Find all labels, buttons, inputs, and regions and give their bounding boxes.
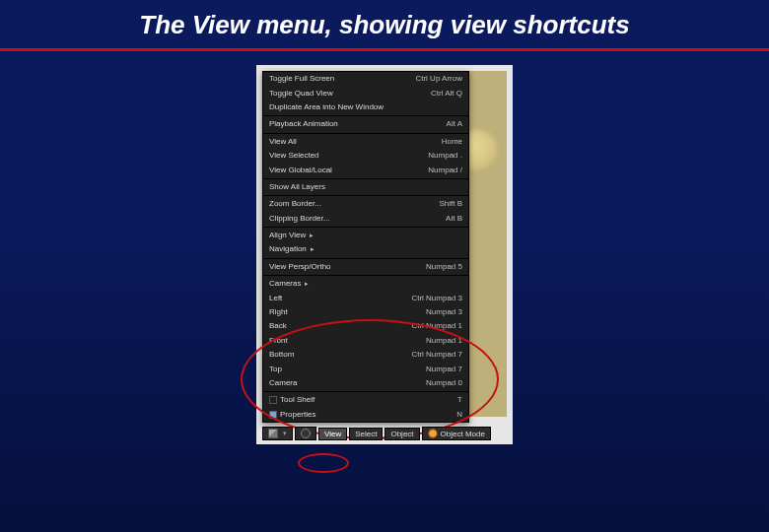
content-area: Toggle Full ScreenCtrl Up ArrowToggle Qu… — [0, 51, 769, 444]
menu-item-label: Top — [269, 365, 282, 374]
checkbox-icon — [269, 396, 277, 404]
menu-separator — [263, 258, 468, 259]
menu-item-shortcut: Numpad 1 — [426, 336, 462, 346]
menu-separator — [263, 391, 468, 392]
menu-item-shortcut: Ctrl Numpad 1 — [411, 321, 462, 331]
view-menu-button[interactable]: View — [318, 428, 347, 440]
menu-item[interactable]: Tool ShelfT — [263, 393, 468, 407]
menu-item-shortcut: Numpad 0 — [426, 378, 462, 388]
menu-item-label: Right — [269, 307, 288, 317]
screenshot-frame: Toggle Full ScreenCtrl Up ArrowToggle Qu… — [256, 65, 513, 444]
menu-item[interactable]: Playback AnimationAlt A — [263, 117, 468, 131]
menu-item[interactable]: BottomCtrl Numpad 7 — [263, 348, 468, 362]
menu-item[interactable]: CameraNumpad 0 — [263, 376, 468, 390]
menu-item-label: Left — [269, 294, 282, 303]
slide-title-block: The View menu, showing view shortcuts — [0, 0, 769, 40]
menu-item-label: Navigation — [269, 244, 315, 254]
menu-item[interactable]: Cameras — [263, 277, 468, 291]
menu-item[interactable]: RightNumpad 3 — [263, 305, 468, 319]
menu-separator — [263, 227, 468, 228]
object-menu-button[interactable]: Object — [384, 428, 419, 440]
menu-item-shortcut: Alt A — [447, 119, 462, 129]
menu-item-label: Toggle Full Screen — [269, 74, 334, 84]
header-bar: ▾ View Select Object Object Mode — [262, 427, 507, 440]
menu-item-shortcut: Shift B — [439, 199, 462, 209]
select-menu-button[interactable]: Select — [349, 428, 383, 440]
menu-item-shortcut: Numpad 3 — [426, 307, 462, 317]
menu-item-shortcut: Numpad / — [428, 166, 462, 175]
menu-item[interactable]: View Persp/OrthoNumpad 5 — [263, 260, 468, 274]
view-menu[interactable]: Toggle Full ScreenCtrl Up ArrowToggle Qu… — [262, 71, 469, 423]
menu-item[interactable]: Align View — [263, 229, 468, 242]
menu-item[interactable]: Duplicate Area into New Window — [263, 100, 468, 114]
menu-item-label: View Global/Local — [269, 166, 332, 175]
menu-item[interactable]: LeftCtrl Numpad 3 — [263, 292, 468, 305]
object-mode-icon — [428, 429, 438, 438]
menu-item[interactable]: FrontNumpad 1 — [263, 334, 468, 348]
menu-item-shortcut: Ctrl Numpad 3 — [411, 294, 462, 303]
menu-item-label: Clipping Border... — [269, 214, 329, 224]
menu-item-label: Properties — [269, 410, 315, 420]
menu-item[interactable]: View AllHome — [263, 135, 468, 149]
highlight-ellipse-view-button — [298, 453, 349, 473]
menu-item[interactable]: TopNumpad 7 — [263, 363, 468, 376]
menu-item[interactable]: BackCtrl Numpad 1 — [263, 319, 468, 333]
menu-item-shortcut: Numpad 7 — [426, 365, 462, 374]
menu-item[interactable]: View Global/LocalNumpad / — [263, 164, 468, 177]
menu-item-label: Toggle Quad View — [269, 89, 333, 99]
menu-item-label: Duplicate Area into New Window — [269, 102, 384, 112]
menu-item-shortcut: Ctrl Up Arrow — [415, 74, 462, 84]
checkbox-icon — [269, 411, 277, 419]
menu-item-shortcut: Numpad . — [428, 151, 462, 161]
menu-separator — [263, 133, 468, 134]
menu-item-label: Bottom — [269, 350, 294, 360]
menu-item[interactable]: Clipping Border...Alt B — [263, 212, 468, 226]
globe-icon — [301, 429, 311, 438]
editor-type-button[interactable]: ▾ — [262, 427, 293, 440]
menu-item-shortcut: T — [457, 395, 462, 405]
menu-item-label: Show All Layers — [269, 182, 325, 192]
menu-item[interactable]: Zoom Border...Shift B — [263, 197, 468, 211]
menu-item-label: Front — [269, 336, 288, 346]
menu-item[interactable]: PropertiesN — [263, 408, 468, 422]
menu-item[interactable]: Toggle Quad ViewCtrl Alt Q — [263, 87, 468, 100]
menu-item-shortcut: Alt B — [446, 214, 462, 224]
menu-item[interactable]: View SelectedNumpad . — [263, 149, 468, 163]
globe-button[interactable] — [295, 427, 316, 440]
menu-item-shortcut: Home — [442, 137, 462, 147]
menu-item-label: Camera — [269, 378, 297, 388]
menu-item-label: Align View — [269, 231, 314, 240]
menu-item-shortcut: Ctrl Alt Q — [431, 89, 462, 99]
menu-item-label: View Selected — [269, 151, 319, 161]
menu-item[interactable]: Navigation — [263, 242, 468, 256]
menu-item-shortcut: Ctrl Numpad 7 — [411, 350, 462, 360]
menu-separator — [263, 115, 468, 116]
cube-icon — [268, 429, 278, 438]
menu-item-label: Zoom Border... — [269, 199, 321, 209]
menu-item-label: View All — [269, 137, 297, 147]
menu-item-label: Tool Shelf — [269, 395, 315, 405]
menu-item-label: Cameras — [269, 279, 309, 289]
menu-separator — [263, 195, 468, 196]
menu-separator — [263, 178, 468, 179]
menu-item-shortcut: Numpad 5 — [426, 262, 462, 272]
menu-item-shortcut: N — [456, 410, 462, 420]
slide-title: The View menu, showing view shortcuts — [39, 10, 730, 40]
menu-item-label: View Persp/Ortho — [269, 262, 331, 272]
chevron-down-icon: ▾ — [283, 430, 287, 437]
mode-label: Object Mode — [441, 430, 485, 438]
mode-dropdown[interactable]: Object Mode — [422, 427, 491, 440]
menu-item-label: Playback Animation — [269, 119, 338, 129]
menu-item[interactable]: Show All Layers — [263, 180, 468, 194]
menu-separator — [263, 275, 468, 276]
menu-item[interactable]: Toggle Full ScreenCtrl Up Arrow — [263, 72, 468, 86]
menu-item-label: Back — [269, 321, 287, 331]
